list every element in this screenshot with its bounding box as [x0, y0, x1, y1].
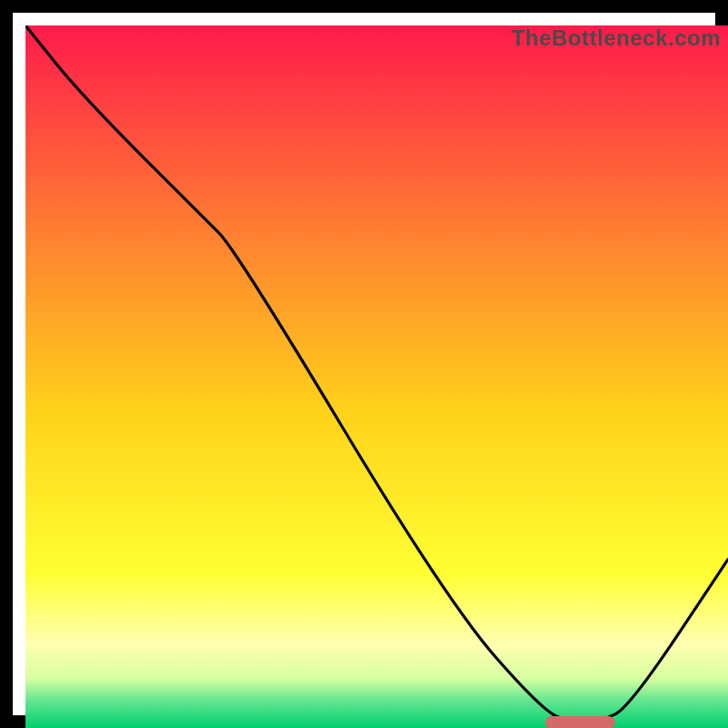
- chart-curve: [25, 25, 728, 728]
- watermark-text: TheBottleneck.com: [511, 25, 721, 51]
- chart-area: TheBottleneck.com: [25, 25, 728, 728]
- chart-marker: [545, 716, 615, 728]
- chart-frame: TheBottleneck.com: [0, 0, 728, 728]
